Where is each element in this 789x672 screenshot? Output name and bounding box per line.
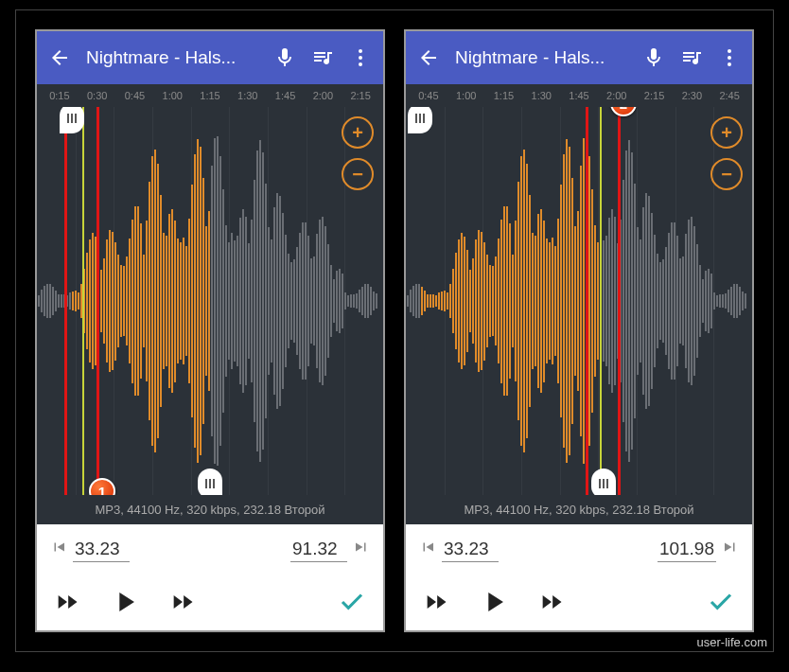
play-button[interactable] xyxy=(478,586,510,618)
waveform-bar xyxy=(625,150,627,451)
waveform-bar xyxy=(449,284,451,318)
waveform-bar xyxy=(640,239,641,363)
start-marker[interactable] xyxy=(408,107,432,133)
rewind-button[interactable] xyxy=(54,589,80,615)
waveform-bar xyxy=(367,284,369,318)
waveform-bar xyxy=(188,219,190,382)
zoom-in-button[interactable]: + xyxy=(710,116,743,149)
waveform-bar xyxy=(668,233,670,370)
skip-end-icon[interactable] xyxy=(722,539,739,560)
waveform-bar xyxy=(634,184,636,417)
play-button[interactable] xyxy=(109,586,141,618)
zoom-in-button[interactable]: + xyxy=(342,116,374,149)
waveform-bar xyxy=(478,230,480,372)
waveform-bar xyxy=(191,185,193,417)
waveform-bar xyxy=(126,256,128,346)
end-marker[interactable] xyxy=(198,469,222,495)
waveform-bar xyxy=(679,258,681,344)
forward-button[interactable] xyxy=(538,589,565,615)
waveform-bar xyxy=(472,258,474,344)
timeline: 0:451:001:151:301:452:002:152:302:45 xyxy=(406,84,752,107)
confirm-button[interactable] xyxy=(707,588,735,616)
waveform-bar xyxy=(103,258,105,344)
waveform-area[interactable]: +−1 xyxy=(37,107,383,495)
waveform-bar xyxy=(342,274,343,328)
watermark: user-life.com xyxy=(697,635,767,649)
waveform-bar xyxy=(523,150,525,452)
waveform-bar xyxy=(569,147,570,455)
waveform-bar xyxy=(498,239,500,363)
waveform-bar xyxy=(665,247,667,355)
skip-end-icon[interactable] xyxy=(353,539,370,560)
waveform-bar xyxy=(415,284,417,319)
waveform-bar xyxy=(296,247,298,355)
waveform-bar xyxy=(571,178,573,424)
waveform-bar xyxy=(52,287,54,315)
waveform-bar xyxy=(290,262,292,340)
waveform-bar xyxy=(427,294,429,309)
start-time-value[interactable]: 33.23 xyxy=(442,537,499,562)
waveform-bar xyxy=(234,240,236,362)
mic-icon[interactable] xyxy=(273,46,296,69)
queue-music-icon[interactable] xyxy=(311,46,334,69)
waveform-bar xyxy=(526,164,528,437)
rewind-button[interactable] xyxy=(423,589,449,615)
waveform-bar xyxy=(461,233,463,369)
waveform-bar xyxy=(671,222,673,380)
end-time-field[interactable]: 91.32 xyxy=(290,537,370,562)
waveform-bar xyxy=(554,246,556,355)
svg-point-0 xyxy=(359,49,362,53)
playback-controls xyxy=(406,574,752,630)
forward-button[interactable] xyxy=(169,589,196,615)
back-icon[interactable] xyxy=(48,46,71,69)
start-time-field[interactable]: 33.23 xyxy=(419,537,499,562)
start-time-field[interactable]: 33.23 xyxy=(50,537,130,562)
mic-icon[interactable] xyxy=(642,46,665,69)
waveform-bar xyxy=(313,256,315,345)
waveform-bar xyxy=(239,218,241,384)
waveform-bar xyxy=(208,211,210,391)
skip-start-icon[interactable] xyxy=(50,539,67,560)
waveform-bar xyxy=(262,152,264,450)
waveform-bar xyxy=(347,295,349,308)
waveform-bar xyxy=(109,230,111,372)
more-vert-icon[interactable] xyxy=(718,46,741,69)
waveform-bar xyxy=(310,258,312,344)
waveform-bar xyxy=(123,266,125,337)
back-icon[interactable] xyxy=(417,46,440,69)
waveform-bar xyxy=(432,294,434,309)
waveform-bar xyxy=(376,293,377,309)
confirm-button[interactable] xyxy=(338,588,366,616)
waveform-bar xyxy=(483,242,485,361)
queue-music-icon[interactable] xyxy=(680,46,703,69)
end-marker[interactable] xyxy=(591,469,616,495)
screen: Nightmare - Hals... 0:451:001:151:301:45… xyxy=(404,29,754,632)
callout-box xyxy=(586,107,621,495)
waveform-bar xyxy=(120,265,122,338)
waveform-bar xyxy=(327,244,329,358)
more-vert-icon[interactable] xyxy=(349,46,372,69)
waveform-bar xyxy=(350,294,352,308)
waveform-bar xyxy=(46,284,48,319)
start-time-value[interactable]: 33.23 xyxy=(73,537,130,562)
waveform-bar xyxy=(475,239,477,363)
end-time-value[interactable]: 91.32 xyxy=(290,537,347,562)
waveform-bar xyxy=(682,256,684,345)
waveform-bar xyxy=(177,239,179,363)
waveform-bar xyxy=(356,293,358,309)
svg-point-2 xyxy=(359,62,362,66)
waveform-bar xyxy=(503,206,505,397)
app-title: Nightmare - Hals... xyxy=(455,47,627,68)
waveform-bar xyxy=(339,269,341,333)
end-time-value[interactable]: 101.98 xyxy=(658,537,716,562)
waveform-area[interactable]: +−2 xyxy=(406,107,752,495)
waveform-bar xyxy=(412,286,414,317)
end-time-field[interactable]: 101.98 xyxy=(658,537,739,562)
zoom-out-button[interactable]: − xyxy=(710,158,743,190)
waveform-bar xyxy=(259,140,261,462)
waveform-bar xyxy=(180,242,182,359)
zoom-out-button[interactable]: − xyxy=(342,158,374,190)
skip-start-icon[interactable] xyxy=(419,539,436,560)
waveform-bar xyxy=(307,236,309,367)
start-marker[interactable] xyxy=(60,107,84,133)
